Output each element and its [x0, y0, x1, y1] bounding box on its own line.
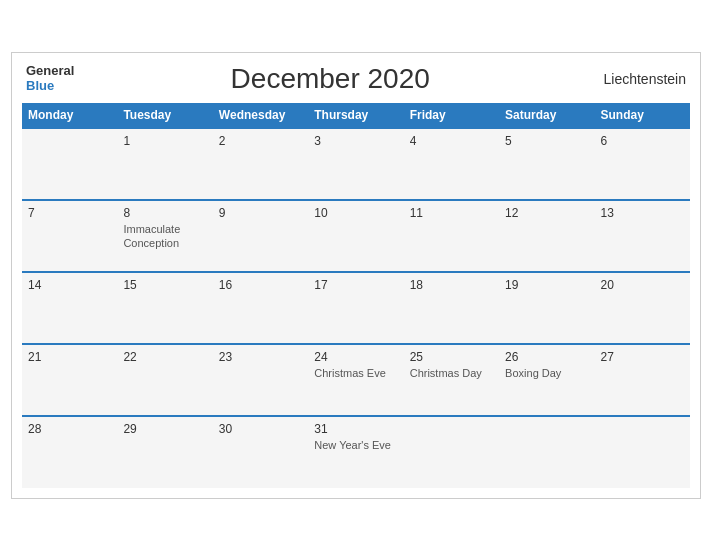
day-number: 27 [601, 350, 684, 364]
calendar-cell [22, 128, 117, 200]
calendar-cell: 26Boxing Day [499, 344, 594, 416]
calendar-cell: 17 [308, 272, 403, 344]
day-number: 6 [601, 134, 684, 148]
day-number: 23 [219, 350, 302, 364]
day-number: 31 [314, 422, 397, 436]
calendar-cell: 24Christmas Eve [308, 344, 403, 416]
weekday-header-tuesday: Tuesday [117, 103, 212, 128]
calendar-cell: 7 [22, 200, 117, 272]
calendar-cell: 6 [595, 128, 690, 200]
holiday-name: Immaculate Conception [123, 222, 206, 251]
week-row-4: 21222324Christmas Eve25Christmas Day26Bo… [22, 344, 690, 416]
day-number: 9 [219, 206, 302, 220]
country-label: Liechtenstein [586, 71, 686, 87]
calendar-cell: 29 [117, 416, 212, 488]
calendar-cell [595, 416, 690, 488]
weekday-header-wednesday: Wednesday [213, 103, 308, 128]
weekday-header-thursday: Thursday [308, 103, 403, 128]
day-number: 30 [219, 422, 302, 436]
weekday-header-friday: Friday [404, 103, 499, 128]
day-number: 14 [28, 278, 111, 292]
holiday-name: Christmas Eve [314, 366, 397, 380]
day-number: 7 [28, 206, 111, 220]
day-number: 3 [314, 134, 397, 148]
calendar-cell: 31New Year's Eve [308, 416, 403, 488]
header-row: MondayTuesdayWednesdayThursdayFridaySatu… [22, 103, 690, 128]
calendar-cell: 27 [595, 344, 690, 416]
calendar-cell: 11 [404, 200, 499, 272]
calendar-cell: 28 [22, 416, 117, 488]
month-title: December 2020 [74, 63, 586, 95]
day-number: 11 [410, 206, 493, 220]
calendar-cell: 16 [213, 272, 308, 344]
holiday-name: Christmas Day [410, 366, 493, 380]
logo-block: General Blue [26, 64, 74, 93]
weekday-header-sunday: Sunday [595, 103, 690, 128]
day-number: 10 [314, 206, 397, 220]
holiday-name: New Year's Eve [314, 438, 397, 452]
calendar-cell: 18 [404, 272, 499, 344]
day-number: 12 [505, 206, 588, 220]
week-row-1: 123456 [22, 128, 690, 200]
calendar-cell: 14 [22, 272, 117, 344]
day-number: 24 [314, 350, 397, 364]
day-number: 19 [505, 278, 588, 292]
day-number: 1 [123, 134, 206, 148]
calendar-cell: 23 [213, 344, 308, 416]
week-row-5: 28293031New Year's Eve [22, 416, 690, 488]
day-number: 4 [410, 134, 493, 148]
day-number: 17 [314, 278, 397, 292]
calendar-cell: 2 [213, 128, 308, 200]
day-number: 5 [505, 134, 588, 148]
calendar-cell: 10 [308, 200, 403, 272]
calendar-cell: 5 [499, 128, 594, 200]
calendar-cell: 19 [499, 272, 594, 344]
calendar-cell: 12 [499, 200, 594, 272]
weekday-header-saturday: Saturday [499, 103, 594, 128]
day-number: 8 [123, 206, 206, 220]
day-number: 25 [410, 350, 493, 364]
calendar-cell: 4 [404, 128, 499, 200]
calendar-cell [404, 416, 499, 488]
week-row-2: 78Immaculate Conception910111213 [22, 200, 690, 272]
calendar-cell: 25Christmas Day [404, 344, 499, 416]
calendar-cell: 30 [213, 416, 308, 488]
holiday-name: Boxing Day [505, 366, 588, 380]
calendar-table: MondayTuesdayWednesdayThursdayFridaySatu… [22, 103, 690, 488]
calendar-cell: 1 [117, 128, 212, 200]
calendar-header: General Blue December 2020 Liechtenstein [22, 63, 690, 95]
logo-general-label: General [26, 64, 74, 78]
day-number: 22 [123, 350, 206, 364]
calendar-cell [499, 416, 594, 488]
logo-blue-label: Blue [26, 79, 54, 93]
calendar-cell: 20 [595, 272, 690, 344]
calendar-cell: 15 [117, 272, 212, 344]
day-number: 15 [123, 278, 206, 292]
calendar-wrapper: General Blue December 2020 Liechtenstein… [11, 52, 701, 499]
weekday-header-monday: Monday [22, 103, 117, 128]
calendar-cell: 3 [308, 128, 403, 200]
calendar-cell: 9 [213, 200, 308, 272]
day-number: 13 [601, 206, 684, 220]
week-row-3: 14151617181920 [22, 272, 690, 344]
day-number: 28 [28, 422, 111, 436]
calendar-cell: 13 [595, 200, 690, 272]
calendar-cell: 8Immaculate Conception [117, 200, 212, 272]
day-number: 2 [219, 134, 302, 148]
day-number: 20 [601, 278, 684, 292]
day-number: 26 [505, 350, 588, 364]
day-number: 16 [219, 278, 302, 292]
day-number: 18 [410, 278, 493, 292]
calendar-cell: 21 [22, 344, 117, 416]
calendar-cell: 22 [117, 344, 212, 416]
day-number: 21 [28, 350, 111, 364]
day-number: 29 [123, 422, 206, 436]
